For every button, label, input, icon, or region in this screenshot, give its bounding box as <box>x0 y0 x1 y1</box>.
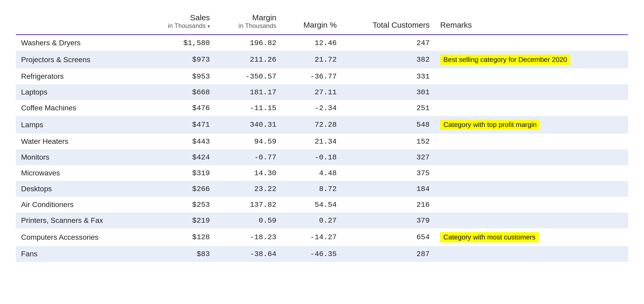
cell-total-customers: 152 <box>342 134 435 149</box>
cell-sales: $266 <box>143 181 215 197</box>
cell-margin-pct: -14.27 <box>282 228 342 246</box>
cell-category: Lamps <box>16 116 143 134</box>
col-header-margin: Margin in Thousands <box>215 11 282 35</box>
table-row: Microwaves$31914.304.48375 <box>16 165 628 181</box>
cell-margin-pct: -46.35 <box>282 246 342 262</box>
cell-category: Microwaves <box>16 165 143 181</box>
cell-remarks <box>435 165 628 181</box>
cell-margin-pct: 72.28 <box>282 116 342 134</box>
cell-category: Computers Accessories <box>16 228 143 246</box>
table-row: Lamps$471340.3172.28548Category with top… <box>16 116 628 134</box>
cell-margin: 94.59 <box>215 134 282 149</box>
col-header-sales[interactable]: Sales in Thousands ▾ <box>143 11 215 35</box>
cell-margin-pct: 21.34 <box>282 134 342 149</box>
remark-badge: Category with most customers <box>440 232 539 242</box>
cell-margin: 23.22 <box>215 181 282 197</box>
cell-margin: 0.59 <box>215 213 282 228</box>
cell-total-customers: 654 <box>342 228 435 246</box>
table-row: Air Conditioners$253137.8254.54216 <box>16 197 628 213</box>
cell-remarks <box>435 84 628 100</box>
table-row: Refrigerators$953-350.57-36.77331 <box>16 68 628 84</box>
cell-sales: $443 <box>143 134 215 149</box>
cell-margin-pct: -0.18 <box>282 149 342 165</box>
table-row: Water Heaters$44394.5921.34152 <box>16 134 628 149</box>
table-row: Projectors & Screens$973211.2621.72382Be… <box>16 51 628 68</box>
cell-margin-pct: 54.54 <box>282 197 342 213</box>
table-row: Printers, Scanners & Fax$2190.590.27379 <box>16 213 628 228</box>
cell-margin: 340.31 <box>215 116 282 134</box>
cell-category: Coffee Machines <box>16 100 143 116</box>
cell-total-customers: 331 <box>342 68 435 84</box>
cell-margin: 137.82 <box>215 197 282 213</box>
cell-margin: -38.64 <box>215 246 282 262</box>
cell-margin: -350.57 <box>215 68 282 84</box>
sort-down-icon: ▾ <box>208 23 210 29</box>
cell-total-customers: 247 <box>342 35 435 51</box>
cell-remarks <box>435 134 628 149</box>
remark-badge: Best selling category for December 2020 <box>440 55 570 65</box>
cell-margin-pct: 12.46 <box>282 35 342 51</box>
col-header-remarks: Remarks <box>435 11 628 35</box>
table-row: Fans$83-38.64-46.35287 <box>16 246 628 262</box>
table-row: Desktops$26623.228.72184 <box>16 181 628 197</box>
cell-sales: $424 <box>143 149 215 165</box>
cell-margin-pct: 21.72 <box>282 51 342 68</box>
table-wrapper: Sales in Thousands ▾ Margin in Thousands… <box>16 11 628 262</box>
cell-margin: -0.77 <box>215 149 282 165</box>
cell-sales: $1,580 <box>143 35 215 51</box>
cell-category: Projectors & Screens <box>16 51 143 68</box>
remark-badge: Category with top profit margin <box>440 120 540 130</box>
cell-remarks: Best selling category for December 2020 <box>435 51 628 68</box>
cell-total-customers: 287 <box>342 246 435 262</box>
cell-margin-pct: 0.27 <box>282 213 342 228</box>
col-header-category <box>16 11 143 35</box>
cell-margin-pct: -36.77 <box>282 68 342 84</box>
cell-category: Desktops <box>16 181 143 197</box>
cell-remarks <box>435 100 628 116</box>
cell-margin-pct: 4.48 <box>282 165 342 181</box>
cell-margin-pct: 8.72 <box>282 181 342 197</box>
cell-remarks: Category with top profit margin <box>435 116 628 134</box>
cell-margin-pct: -2.34 <box>282 100 342 116</box>
cell-remarks <box>435 197 628 213</box>
cell-remarks <box>435 181 628 197</box>
col-header-total-customers: Total Customers <box>342 11 435 35</box>
cell-margin: -11.15 <box>215 100 282 116</box>
cell-sales: $668 <box>143 84 215 100</box>
table-row: Coffee Machines$476-11.15-2.34251 <box>16 100 628 116</box>
cell-remarks <box>435 68 628 84</box>
table-header-row: Sales in Thousands ▾ Margin in Thousands… <box>16 11 628 35</box>
cell-category: Refrigerators <box>16 68 143 84</box>
cell-sales: $953 <box>143 68 215 84</box>
table-row: Laptops$668181.1727.11301 <box>16 84 628 100</box>
cell-remarks: Category with most customers <box>435 228 628 246</box>
cell-margin: 14.30 <box>215 165 282 181</box>
cell-category: Water Heaters <box>16 134 143 149</box>
cell-total-customers: 382 <box>342 51 435 68</box>
cell-sales: $253 <box>143 197 215 213</box>
cell-total-customers: 216 <box>342 197 435 213</box>
cell-remarks <box>435 149 628 165</box>
cell-margin: 181.17 <box>215 84 282 100</box>
cell-remarks <box>435 35 628 51</box>
cell-category: Monitors <box>16 149 143 165</box>
cell-remarks <box>435 213 628 228</box>
cell-category: Washers & Dryers <box>16 35 143 51</box>
table-row: Monitors$424-0.77-0.18327 <box>16 149 628 165</box>
cell-category: Fans <box>16 246 143 262</box>
cell-sales: $471 <box>143 116 215 134</box>
cell-margin-pct: 27.11 <box>282 84 342 100</box>
table-row: Computers Accessories$128-18.23-14.27654… <box>16 228 628 246</box>
col-header-margin-pct: Margin % <box>282 11 342 35</box>
cell-total-customers: 379 <box>342 213 435 228</box>
cell-category: Printers, Scanners & Fax <box>16 213 143 228</box>
cell-sales: $973 <box>143 51 215 68</box>
cell-remarks <box>435 246 628 262</box>
data-table: Sales in Thousands ▾ Margin in Thousands… <box>16 11 628 262</box>
cell-total-customers: 375 <box>342 165 435 181</box>
cell-category: Air Conditioners <box>16 197 143 213</box>
cell-sales: $83 <box>143 246 215 262</box>
cell-margin: 211.26 <box>215 51 282 68</box>
cell-total-customers: 327 <box>342 149 435 165</box>
cell-sales: $128 <box>143 228 215 246</box>
